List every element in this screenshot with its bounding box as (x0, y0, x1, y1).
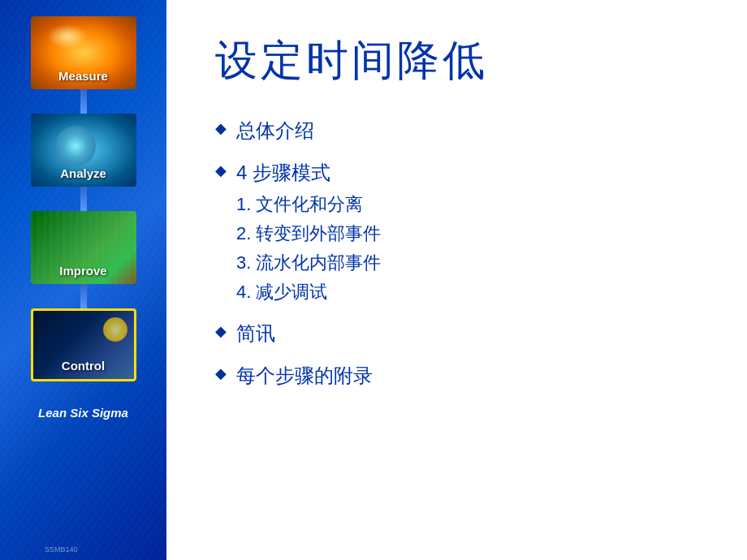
sub-item: 4. 减少调试 (236, 280, 381, 304)
sidebar-analyze-label: Analyze (31, 166, 136, 180)
bullet-content: 每个步骤的附录 (236, 363, 373, 389)
main-content: 设定时间降低 ◆总体介绍◆4 步骤模式1. 文件化和分离2. 转变到外部事件3.… (166, 0, 747, 560)
bullet-text: 总体介绍 (236, 119, 314, 141)
bullet-text: 简讯 (236, 322, 275, 344)
sidebar-item-improve[interactable]: Improve (31, 211, 136, 284)
bullet-diamond-icon: ◆ (215, 162, 227, 179)
footer-id: SSMB140 (45, 545, 78, 554)
sub-list: 1. 文件化和分离2. 转变到外部事件3. 流水化内部事件4. 减少调试 (236, 192, 381, 304)
sidebar-measure-label: Measure (31, 69, 136, 83)
sidebar-control-label: Control (33, 359, 134, 373)
brand-label: Lean Six Sigma (38, 406, 128, 420)
bullet-diamond-icon: ◆ (215, 119, 227, 137)
bullet-text: 每个步骤的附录 (236, 364, 373, 386)
bullet-content: 简讯 (236, 321, 275, 347)
sidebar-improve-label: Improve (31, 264, 136, 278)
connector-3 (80, 284, 87, 308)
sub-item: 3. 流水化内部事件 (236, 251, 381, 275)
bullet-item: ◆4 步骤模式1. 文件化和分离2. 转变到外部事件3. 流水化内部事件4. 减… (215, 160, 706, 304)
sidebar-item-analyze[interactable]: Analyze (31, 114, 136, 187)
sidebar: Measure Analyze Improve Control Lean Six… (0, 0, 166, 560)
bullet-item: ◆每个步骤的附录 (215, 363, 706, 389)
bullet-content: 总体介绍 (236, 118, 314, 144)
bullet-text: 4 步骤模式 (236, 162, 330, 183)
bullet-diamond-icon: ◆ (215, 322, 227, 340)
bullet-item: ◆总体介绍 (215, 118, 706, 144)
sidebar-item-control[interactable]: Control (31, 308, 136, 381)
bullet-list: ◆总体介绍◆4 步骤模式1. 文件化和分离2. 转变到外部事件3. 流水化内部事… (215, 118, 706, 389)
sidebar-item-measure[interactable]: Measure (31, 16, 136, 89)
bullet-content: 4 步骤模式1. 文件化和分离2. 转变到外部事件3. 流水化内部事件4. 减少… (236, 160, 381, 304)
sub-item: 1. 文件化和分离 (236, 192, 381, 217)
connector-2 (80, 187, 87, 211)
sub-item: 2. 转变到外部事件 (236, 222, 381, 246)
connector-1 (80, 89, 87, 114)
page-title: 设定时间降低 (215, 32, 706, 89)
bullet-item: ◆简讯 (215, 321, 706, 347)
bullet-diamond-icon: ◆ (215, 364, 227, 382)
nav-items: Measure Analyze Improve Control (0, 16, 166, 381)
